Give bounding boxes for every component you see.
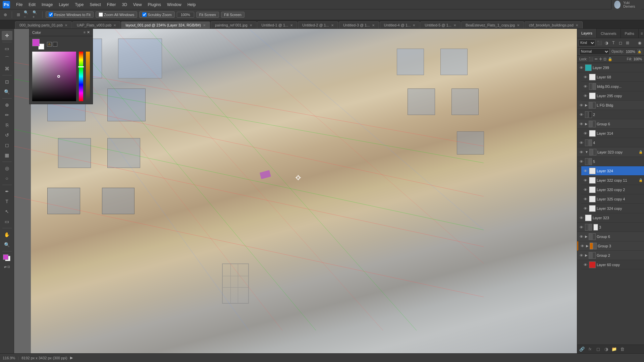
layer-item-68[interactable]: 👁 Layer 68	[581, 72, 644, 82]
layer-eye-5[interactable]: 👁	[579, 159, 584, 164]
layer-item-group3[interactable]: 👁 ▶ Group 3	[577, 241, 644, 251]
layer-item-bldg[interactable]: 👁 bldg.0G.copy...	[581, 82, 644, 91]
layer-delete-icon[interactable]: 🗑	[619, 346, 626, 353]
menu-3d[interactable]: 3D	[119, 1, 129, 8]
opacity-lock-icon[interactable]: 🔒	[637, 49, 642, 54]
magic-wand-tool[interactable]: ⌘	[2, 64, 12, 73]
brush-tool[interactable]: ✏	[2, 110, 12, 120]
layer-eye-320c2[interactable]: 👁	[583, 187, 588, 192]
tab-close-0[interactable]: ✕	[65, 23, 67, 27]
color-alpha-strip[interactable]	[86, 52, 90, 101]
tab-8[interactable]: Untitled-5 @ 1... ✕	[420, 21, 461, 28]
hand-tool[interactable]: ✋	[2, 230, 12, 239]
layer-eye-60copy[interactable]: 👁	[583, 262, 588, 267]
layer-item-314[interactable]: 👁 Layer 314	[581, 129, 644, 138]
menu-filter[interactable]: Filter	[104, 1, 119, 8]
lock-pixels-icon[interactable]: ⬛	[589, 57, 593, 61]
layer-item-323[interactable]: 👁 Layer 323	[577, 213, 644, 223]
color-panel-menu[interactable]: ≡	[84, 31, 86, 34]
tab-close-10[interactable]: ✕	[576, 23, 578, 27]
layer-item-299[interactable]: 👁 Layer 299	[577, 63, 644, 72]
lock-all-icon[interactable]: 🔒	[608, 57, 612, 61]
layer-fx-icon[interactable]: fx	[587, 346, 593, 353]
warning-icon[interactable]: ⚠	[47, 42, 52, 47]
tab-layers[interactable]: Layers	[577, 29, 597, 38]
scrubby-zoom-btn[interactable]: Scrubby Zoom	[139, 11, 175, 18]
tab-7[interactable]: Untitled-4 @ 1... ✕	[380, 21, 420, 28]
resize-windows-btn[interactable]: Resize Windows to Fit	[46, 11, 94, 18]
layer-item-322c11[interactable]: 👁 Layer 322 copy 11 🔒	[581, 176, 644, 185]
layer-eye-323[interactable]: 👁	[579, 215, 584, 221]
layer-eye-325c4[interactable]: 👁	[583, 196, 588, 202]
tab-10[interactable]: cbf_brooklyn_buildings.psd ✕	[525, 21, 583, 28]
lasso-tool[interactable]: ⌒	[2, 54, 12, 63]
status-nav-arrow[interactable]: ▶	[70, 356, 73, 360]
layer-item-325c4[interactable]: 👁 Layer 325 copy 4	[581, 194, 644, 204]
smart-filter-icon[interactable]: ⊞	[625, 40, 631, 46]
heal-tool[interactable]: ⊕	[2, 100, 12, 110]
clone-tool[interactable]: ⎘	[2, 120, 12, 130]
color-hue-strip[interactable]	[79, 52, 83, 101]
layer-item-3[interactable]: 👁 3	[577, 223, 644, 232]
layer-expand-group2[interactable]: ▶	[585, 253, 588, 257]
layer-adjustment-icon[interactable]: ◑	[603, 346, 609, 353]
layer-item-60copy[interactable]: 👁 Layer 60 copy	[581, 260, 644, 269]
layer-eye-324[interactable]: 👁	[583, 168, 588, 174]
layer-item-323copy[interactable]: 👁 ▼ Layer 323 copy 🔒	[577, 147, 644, 157]
layer-expand-323copy[interactable]: ▼	[585, 150, 588, 154]
zoom-all-windows-btn[interactable]: Zoom All Windows	[96, 11, 137, 18]
layer-eye-323copy[interactable]: 👁	[579, 149, 584, 155]
menu-type[interactable]: Type	[72, 1, 86, 8]
menu-plugins[interactable]: Plugins	[145, 1, 164, 8]
eraser-tool[interactable]: ◻	[2, 140, 12, 150]
tab-9[interactable]: BeaEstevez_Flats_1_copy.jpg ✕	[461, 21, 524, 28]
menu-view[interactable]: View	[130, 1, 145, 8]
layer-eye-group2[interactable]: 👁	[579, 253, 584, 258]
lock-position-icon[interactable]: ✛	[599, 57, 602, 61]
swap-colors-icon[interactable]: ⇄	[4, 265, 7, 268]
layer-eye-324copy[interactable]: 👁	[583, 206, 588, 211]
lock-paint-icon[interactable]: ✏	[595, 57, 598, 61]
tab-close-6[interactable]: ✕	[372, 23, 375, 27]
canvas-area[interactable]: Color ≡ ✕ ⚠	[14, 29, 577, 353]
layer-item-group6b[interactable]: 👁 ▶ Group 6	[577, 232, 644, 241]
fit-screen-btn[interactable]: Fit Screen	[196, 12, 219, 18]
tab-0[interactable]: 000_building parts_01.psb ✕	[15, 21, 72, 28]
layer-item-4[interactable]: 👁 4	[577, 138, 644, 147]
shape-filter-icon[interactable]: ◻	[618, 40, 624, 46]
color-panel-close[interactable]: ✕	[87, 30, 90, 35]
layer-item-320c2[interactable]: 👁 Layer 320 copy 2	[581, 185, 644, 194]
tab-2[interactable]: layout_001.psd @ 234% (Layer 324, RGB/8#…	[121, 21, 210, 28]
history-brush-tool[interactable]: ↺	[2, 130, 12, 140]
zoom-all-checkbox[interactable]	[99, 12, 103, 17]
type-filter-icon[interactable]: T	[610, 40, 616, 46]
tab-paths[interactable]: Paths	[621, 29, 639, 38]
blend-mode-select[interactable]: Normal Dissolve Darken Multiply Lighten …	[579, 48, 609, 55]
layer-item-5[interactable]: 👁 5	[577, 157, 644, 166]
zoom-level-input[interactable]	[177, 12, 194, 18]
tab-close-4[interactable]: ✕	[290, 23, 293, 27]
layer-expand-lfgbldg[interactable]: ▶	[585, 103, 588, 107]
filter-toggle-icon[interactable]: ◉	[637, 40, 643, 46]
menu-window[interactable]: Window	[164, 1, 184, 8]
zoom-in-icon[interactable]: 🔍+	[33, 11, 39, 18]
tab-3[interactable]: painting_ref 001.jpg ✕	[211, 21, 257, 28]
tab-close-3[interactable]: ✕	[250, 23, 252, 27]
layer-expand-group6a[interactable]: ▶	[585, 122, 588, 126]
layer-eye-295[interactable]: 👁	[583, 93, 588, 99]
layer-filter-select[interactable]: Kind Name Effect Mode Attribute Color	[579, 40, 595, 46]
tab-5[interactable]: Untitled-2 @ 1... ✕	[298, 21, 338, 28]
zoom-out-icon[interactable]: 🔍−	[24, 11, 31, 18]
scrubby-zoom-checkbox[interactable]	[142, 12, 147, 17]
tab-6[interactable]: Untitled-3 @ 1... ✕	[339, 21, 379, 28]
select-tool-icon[interactable]: ⊞	[15, 11, 22, 18]
tab-close-5[interactable]: ✕	[331, 23, 334, 27]
crop-tool[interactable]: ⊡	[2, 77, 12, 86]
menu-file[interactable]: File	[13, 1, 25, 8]
layer-eye-bldg[interactable]: 👁	[583, 84, 588, 89]
gradient-tool[interactable]: ▦	[2, 150, 12, 160]
tab-channels[interactable]: Channels	[597, 29, 621, 38]
menu-layer[interactable]: Layer	[56, 1, 71, 8]
layer-eye-68[interactable]: 👁	[583, 74, 588, 80]
menu-help[interactable]: Help	[185, 1, 199, 8]
